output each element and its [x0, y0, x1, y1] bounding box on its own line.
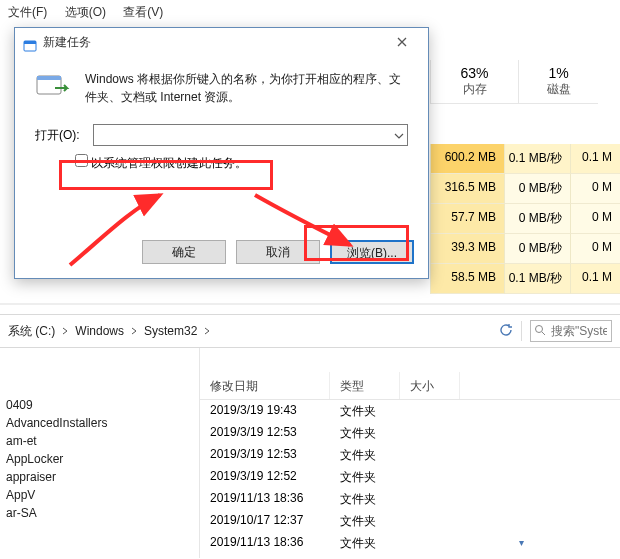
breadcrumb[interactable]: 系统 (C:) Windows System32 [8, 323, 211, 340]
close-button[interactable] [384, 31, 420, 53]
tm-row[interactable]: 57.7 MB 0 MB/秒 0 M [430, 204, 620, 234]
dialog-title: 新建任务 [43, 28, 91, 56]
open-label: 打开(O): [35, 127, 85, 144]
run-command-icon [35, 70, 71, 100]
search-box[interactable] [530, 320, 612, 342]
nav-item[interactable]: am-et [0, 432, 199, 450]
file-row[interactable]: 2019/11/13 18:36 文件夹 [200, 488, 620, 510]
crumb[interactable]: System32 [144, 324, 197, 338]
cancel-button[interactable]: 取消 [236, 240, 320, 264]
nav-item[interactable]: AdvancedInstallers [0, 414, 199, 432]
file-row[interactable]: 2019/3/19 12:53 文件夹 [200, 444, 620, 466]
nav-item[interactable]: AppV [0, 486, 199, 504]
crumb[interactable]: 系统 (C:) [8, 323, 55, 340]
nav-item[interactable]: 0409 [0, 396, 199, 414]
file-row[interactable]: 2019/3/19 12:53 文件夹 [200, 422, 620, 444]
svg-rect-3 [37, 76, 61, 80]
tm-row[interactable]: 316.5 MB 0 MB/秒 0 M [430, 174, 620, 204]
svg-point-4 [536, 326, 543, 333]
menu-view[interactable]: 查看(V) [123, 5, 163, 19]
file-row[interactable]: 2019/10/17 12:37 文件夹 [200, 510, 620, 532]
col-size[interactable]: 大小 [400, 372, 460, 399]
tm-row[interactable]: 600.2 MB 0.1 MB/秒 0.1 M [430, 144, 620, 174]
file-list[interactable]: 2019/3/19 19:43 文件夹 2019/3/19 12:53 文件夹 … [200, 400, 620, 554]
col-type[interactable]: 类型 [330, 372, 400, 399]
svg-rect-1 [24, 41, 36, 44]
sort-indicator-icon: ▾ [519, 537, 524, 548]
dialog-titlebar[interactable]: 新建任务 [15, 28, 428, 56]
image-separator [0, 303, 620, 305]
admin-checkbox-label[interactable]: 以系统管理权限创建此任务。 [75, 156, 247, 170]
files-pane[interactable]: 修改日期 类型 大小 2019/3/19 19:43 文件夹 2019/3/19… [200, 348, 620, 558]
dialog-description: Windows 将根据你所键入的名称，为你打开相应的程序、文件夹、文档或 Int… [85, 70, 408, 106]
explorer-window: 系统 (C:) Windows System32 0409 AdvancedIn… [0, 314, 620, 558]
search-icon [534, 324, 546, 339]
tm-row[interactable]: 58.5 MB 0.1 MB/秒 0.1 M [430, 264, 620, 294]
ok-button[interactable]: 确定 [142, 240, 226, 264]
file-row[interactable]: 2019/3/19 12:52 文件夹 [200, 466, 620, 488]
chevron-right-icon[interactable] [130, 324, 138, 338]
crumb[interactable]: Windows [75, 324, 124, 338]
admin-checkbox[interactable] [75, 154, 88, 167]
tm-header-memory[interactable]: 63% 内存 [430, 60, 518, 104]
col-date[interactable]: 修改日期 [200, 372, 330, 399]
menu-options[interactable]: 选项(O) [65, 5, 106, 19]
new-task-dialog: 新建任务 Windows 将根据你所键入的名称，为你打开相应的程序、文件夹、文档… [14, 27, 429, 279]
open-input[interactable] [93, 124, 408, 146]
refresh-icon[interactable] [499, 323, 513, 340]
nav-item[interactable]: appraiser [0, 468, 199, 486]
tm-header-disk[interactable]: 1% 磁盘 [518, 60, 598, 104]
menu-file[interactable]: 文件(F) [8, 5, 47, 19]
address-bar[interactable]: 系统 (C:) Windows System32 [0, 314, 620, 348]
nav-pane[interactable]: 0409 AdvancedInstallers am-et AppLocker … [0, 348, 200, 558]
file-row[interactable]: 2019/11/13 18:36 文件夹 [200, 532, 620, 554]
tm-column-headers: 63% 内存 1% 磁盘 [430, 60, 620, 104]
file-list-header[interactable]: 修改日期 类型 大小 [200, 372, 620, 400]
task-manager-menubar[interactable]: 文件(F) 选项(O) 查看(V) [8, 4, 177, 21]
run-dialog-icon [23, 35, 37, 49]
chevron-right-icon[interactable] [61, 324, 69, 338]
nav-item[interactable]: ar-SA [0, 504, 199, 522]
file-row[interactable]: 2019/3/19 19:43 文件夹 [200, 400, 620, 422]
separator [521, 321, 522, 341]
tm-row[interactable]: 39.3 MB 0 MB/秒 0 M [430, 234, 620, 264]
open-combobox[interactable] [93, 124, 408, 146]
tm-rows: › 600.2 MB 0.1 MB/秒 0.1 M › 316.5 MB 0 M… [430, 144, 620, 294]
chevron-right-icon[interactable] [203, 324, 211, 338]
nav-item[interactable]: AppLocker [0, 450, 199, 468]
browse-button[interactable]: 浏览(B)... [330, 240, 414, 264]
